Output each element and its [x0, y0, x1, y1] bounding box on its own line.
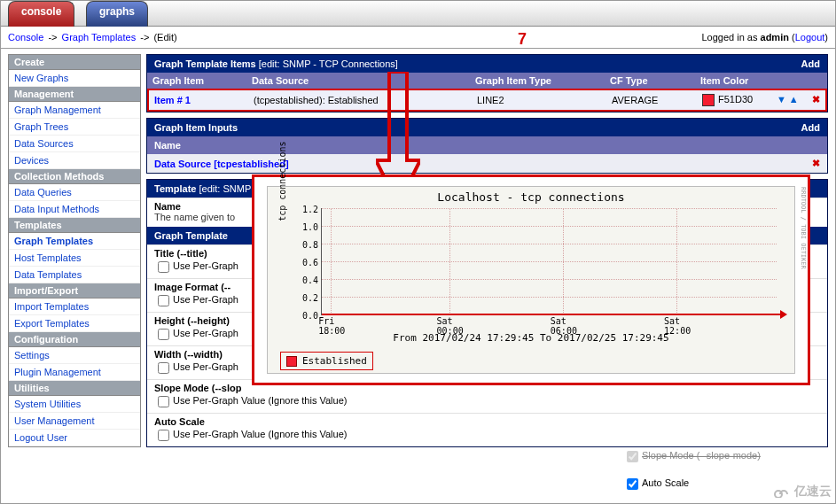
ytick: 1.0 [302, 221, 318, 231]
ytick: 0.4 [302, 275, 318, 284]
tab-graphs[interactable]: graphs [86, 1, 148, 27]
sidebar-item-graph-management[interactable]: Graph Management [9, 102, 140, 119]
cb-width-pergraph[interactable] [158, 362, 169, 374]
col-item-color: Item Color [695, 73, 827, 89]
cb-autoscale-pergraph[interactable] [158, 430, 169, 441]
add-graph-item[interactable]: Add [801, 58, 820, 69]
cb-slope-text: Use Per-Graph Value (Ignore this Value) [173, 396, 347, 407]
sidebar-header: Templates [9, 218, 140, 233]
graph-item-row[interactable]: Item # 1 (tcpestablished): Established L… [149, 90, 825, 110]
cell-git: LINE2 [472, 90, 606, 110]
right-options: Slope Mode (--slope-mode) Auto Scale Use… [623, 443, 836, 504]
cb-slope-pergraph[interactable] [158, 396, 169, 407]
sidebar-item-import-templates[interactable]: Import Templates [9, 299, 140, 315]
cb-height-text: Use Per-Graph [173, 329, 238, 339]
col-data-source: Data Source [246, 73, 470, 89]
sidebar-item-logout-user[interactable]: Logout User [9, 430, 140, 446]
crumb-edit: (Edit) [153, 32, 176, 43]
sidebar: CreateNew GraphsManagementGraph Manageme… [1, 49, 145, 458]
input-row-link[interactable]: Data Source [tcpestablished] [154, 159, 289, 169]
sidebar-item-system-utilities[interactable]: System Utilities [9, 396, 140, 413]
panel-items-sub: [edit: SNMP - TCP Connections] [259, 58, 398, 69]
cb-imgfmt-pergraph[interactable] [158, 295, 169, 306]
y-axis-label: tcp connections [277, 142, 287, 221]
graph-preview: Localhost - tcp connections RRDTOOL / TO… [252, 174, 810, 385]
cb-title-text: Use Per-Graph [173, 261, 238, 272]
inputs-col-name: Name [147, 136, 827, 154]
cb-height-pergraph[interactable] [158, 329, 169, 340]
crumb-sep: -> [140, 32, 149, 43]
sidebar-item-new-graphs[interactable]: New Graphs [9, 70, 140, 87]
right-slope-text: Slope Mode (--slope-mode) [642, 450, 761, 461]
tab-console[interactable]: console [8, 1, 74, 27]
panel-graph-template-items: Graph Template Items [edit: SNMP - TCP C… [146, 54, 828, 112]
cb-autoscale-text: Use Per-Graph Value (Ignore this Value) [173, 430, 347, 440]
opt-autoscale-label: Auto Scale [154, 416, 205, 427]
legend-swatch [286, 356, 297, 367]
ytick: 1.2 [302, 205, 318, 214]
chart-title: Localhost - tcp connections [268, 190, 794, 204]
move-down-icon[interactable]: ▼ [777, 94, 786, 105]
crumb-sep: -> [48, 32, 57, 43]
sidebar-header: Configuration [9, 332, 140, 347]
cell-cf: AVERAGE [606, 90, 697, 110]
sidebar-item-data-input-methods[interactable]: Data Input Methods [9, 201, 140, 218]
crumb-console[interactable]: Console [8, 32, 43, 43]
opt-title-label: Title (--title) [154, 248, 207, 259]
ytick: 0.0 [302, 311, 318, 321]
sidebar-item-graph-templates[interactable]: Graph Templates [9, 233, 140, 250]
col-cf-type: CF Type [605, 73, 695, 89]
col-graph-item-type: Graph Item Type [470, 73, 605, 89]
opt-height-label: Height (--height) [154, 315, 230, 326]
login-user: admin [761, 32, 789, 43]
sidebar-item-data-queries[interactable]: Data Queries [9, 184, 140, 201]
delete-icon[interactable]: ✖ [812, 94, 820, 105]
cb-width-text: Use Per-Graph [173, 362, 238, 373]
move-up-icon[interactable]: ▲ [789, 94, 799, 105]
sidebar-header: Create [9, 55, 140, 70]
panel-tpl-title: Template [154, 183, 196, 194]
col-graph-item: Graph Item [147, 73, 246, 89]
ytick: 0.8 [302, 239, 318, 249]
right-autoscale-text: Auto Scale [642, 477, 689, 488]
sidebar-item-data-templates[interactable]: Data Templates [9, 267, 140, 283]
opt-imgfmt-label: Image Format (-- [154, 282, 230, 292]
cb-title-pergraph[interactable] [158, 261, 169, 273]
sidebar-item-plugin-management[interactable]: Plugin Management [9, 364, 140, 381]
crumb-graph-templates[interactable]: Graph Templates [62, 32, 137, 43]
color-chip [702, 94, 715, 106]
add-input[interactable]: Add [801, 122, 820, 133]
chart-range: From 2017/02/24 17:29:45 To 2017/02/25 1… [268, 332, 794, 344]
sidebar-item-user-management[interactable]: User Management [9, 413, 140, 430]
sidebar-item-settings[interactable]: Settings [9, 347, 140, 364]
cb-imgfmt-text: Use Per-Graph [173, 295, 238, 306]
panel-graph-item-inputs: Graph Item Inputs Add Name Data Source [… [146, 118, 828, 174]
name-desc: The name given to [154, 212, 235, 222]
sidebar-item-graph-trees[interactable]: Graph Trees [9, 119, 140, 136]
delete-input-icon[interactable]: ✖ [812, 158, 820, 169]
ytick: 0.6 [302, 258, 318, 268]
cell-data-source: (tcpestablished): Established [248, 90, 472, 110]
legend-label: Established [302, 355, 367, 367]
opt-width-label: Width (--width) [154, 349, 223, 360]
logout-link[interactable]: Logout [795, 32, 825, 43]
sidebar-item-host-templates[interactable]: Host Templates [9, 250, 140, 267]
sidebar-header: Utilities [9, 381, 140, 396]
panel-inputs-title: Graph Item Inputs [154, 122, 238, 133]
opt-slope-label: Slope Mode (--slop [154, 383, 241, 393]
sidebar-item-devices[interactable]: Devices [9, 152, 140, 169]
login-prefix: Logged in as [701, 32, 760, 43]
rrd-credit: RRDTOOL / TOBI OETIKER [800, 187, 807, 269]
graph-template-section: Graph Template [154, 230, 228, 241]
sidebar-header: Management [9, 87, 140, 102]
cb-right-autoscale[interactable] [627, 478, 638, 490]
sidebar-header: Collection Methods [9, 169, 140, 184]
sidebar-item-data-sources[interactable]: Data Sources [9, 136, 140, 152]
cell-color-hex: F51D30 [718, 94, 753, 105]
ytick: 0.2 [302, 292, 318, 302]
sidebar-item-export-templates[interactable]: Export Templates [9, 315, 140, 332]
plot-area: tcp connections 1.2 1.0 0.8 0.6 0.4 0.2 … [321, 208, 777, 315]
panel-items-title: Graph Template Items [154, 58, 256, 69]
name-label: Name [154, 201, 181, 212]
graph-item-link[interactable]: Item # 1 [154, 95, 191, 105]
